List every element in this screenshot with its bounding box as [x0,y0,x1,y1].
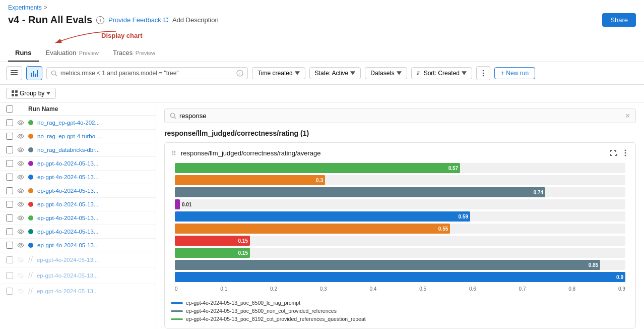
chart-panel: ✕ response/llm_judged/correctness/rating… [156,102,644,329]
run-name: ep-gpt-4o-2024-05-13... [37,242,150,248]
chart-view-button[interactable] [26,66,42,80]
run-checkbox[interactable] [6,119,13,126]
new-run-button[interactable]: + New run [494,67,535,79]
eye-icon[interactable] [17,146,24,153]
svg-point-15 [483,70,484,72]
bar-fill: 0.59 [175,211,470,222]
run-name: ep-gpt-4o-2024-05-13... [37,160,150,167]
more-options-button[interactable] [476,66,490,80]
run-row[interactable]: ep-gpt-4o-2024-05-13... [0,211,156,225]
bar-track: 0.15 [175,248,625,258]
eye-icon[interactable] [17,160,24,167]
run-checkbox[interactable] [6,187,13,194]
run-row[interactable]: ep-gpt-4o-2024-05-13... [0,225,156,239]
legend-item: ep-gpt-4o-2024-05-13_poc_6500_non_cot_pr… [171,308,629,314]
svg-line-33 [174,117,176,119]
search-input[interactable] [60,70,233,77]
eye-slash-icon [17,288,24,295]
runs-list: no_rag_ep-gpt-4o-202... no_rag_ep-gpt-4-… [0,116,156,299]
bar-fill: 0.57 [175,163,460,173]
run-row[interactable]: // ep-gpt-4o-2024-05-13... [0,268,156,284]
provide-feedback-link[interactable]: Provide Feedback [108,16,168,24]
state-filter[interactable]: State: Active [309,67,361,79]
eye-icon[interactable] [17,174,24,181]
run-row[interactable]: ep-gpt-4o-2024-05-13... [0,184,156,198]
run-row[interactable]: // ep-gpt-4o-2024-05-13... [0,252,156,268]
annotation-text: Display chart [101,32,143,39]
time-created-filter[interactable]: Time created [252,67,305,79]
add-description-link[interactable]: Add Description [172,16,219,24]
svg-point-17 [483,75,484,77]
chevron-down-icon [350,71,355,76]
run-row[interactable]: no_rag_ep-gpt-4o-202... [0,116,156,130]
eye-icon[interactable] [17,201,24,208]
run-checkbox[interactable] [6,133,13,140]
run-row[interactable]: ep-gpt-4o-2024-05-13... [0,239,156,252]
run-checkbox[interactable] [6,256,13,263]
clear-search-icon[interactable]: ✕ [625,112,630,120]
breadcrumb-link[interactable]: Experiments [8,4,42,11]
run-row[interactable]: ep-gpt-4o-2024-05-13... [0,171,156,184]
datasets-filter[interactable]: Datasets [365,67,407,79]
run-checkbox[interactable] [6,242,13,249]
groupby-row: Group by [0,85,644,102]
svg-line-9 [55,74,57,76]
share-button[interactable]: Share [602,13,636,27]
run-checkbox[interactable] [6,146,13,153]
chart-search-box: ✕ [164,108,636,123]
toolbar: i Time created State: Active Datasets So… [0,62,644,85]
run-row[interactable]: no_rag_ep-gpt-4-turbo-... [0,130,156,143]
eye-icon[interactable] [17,214,24,222]
tab-evaluation[interactable]: Evaluation Preview [39,45,106,62]
tab-traces[interactable]: Traces Preview [106,45,162,62]
info-icon[interactable]: i [96,16,104,24]
svg-rect-3 [11,74,18,75]
svg-rect-18 [12,90,14,93]
legend-item: ep-gpt-4o-2024-05-13_poc_6500_lc_rag_pro… [171,300,629,306]
run-checkbox[interactable] [6,160,13,167]
x-axis-label: 0.9 [618,286,625,292]
select-all-checkbox[interactable] [6,105,13,113]
chevron-down-icon [462,71,467,76]
tab-runs[interactable]: Runs [8,45,39,62]
run-dot [28,120,33,125]
legend-color [171,318,183,320]
run-row[interactable]: ep-gpt-4o-2024-05-13... [0,198,156,211]
groupby-button[interactable]: Group by [6,88,56,99]
run-checkbox[interactable] [6,174,13,181]
run-checkbox[interactable] [6,214,13,222]
run-checkbox[interactable] [6,288,13,295]
chart-search-input[interactable] [179,112,622,120]
chart-icon [31,70,38,77]
bar-row: 0.15 [175,248,625,258]
search-info-icon[interactable]: i [236,70,243,77]
eye-icon[interactable] [17,242,24,249]
svg-rect-21 [15,94,18,96]
eye-icon[interactable] [17,133,24,140]
sort-filter[interactable]: Sort: Created [411,67,472,79]
bar-track: 0.55 [175,224,625,234]
list-view-button[interactable] [6,66,22,80]
bar-track: 0.01 [175,199,625,209]
run-dot [28,215,33,221]
legend-label: ep-gpt-4o-2024-05-13_poc_6500_non_cot_pr… [186,308,337,314]
expand-icon[interactable] [609,149,617,157]
svg-rect-4 [31,73,32,77]
run-checkbox[interactable] [6,272,13,279]
eye-icon[interactable] [17,119,24,126]
run-checkbox[interactable] [6,201,13,208]
eye-icon[interactable] [17,228,24,235]
svg-point-16 [483,73,484,74]
chart-more-icon[interactable] [621,149,629,157]
bar-row: 0.15 [175,236,625,246]
more-icon [480,70,487,77]
svg-rect-1 [11,70,18,71]
run-row[interactable]: // ep-gpt-4o-2024-05-13... [0,284,156,299]
eye-icon[interactable] [17,187,24,194]
run-striped-icon: // [28,271,33,280]
run-row[interactable]: no_rag_databricks-dbr... [0,143,156,157]
run-checkbox[interactable] [6,228,13,235]
run-row[interactable]: ep-gpt-4o-2024-05-13... [0,157,156,171]
main-area: Run Name no_rag_ep-gpt-4o-202... no_rag_… [0,102,644,329]
bar-fill: 0.85 [175,260,600,270]
